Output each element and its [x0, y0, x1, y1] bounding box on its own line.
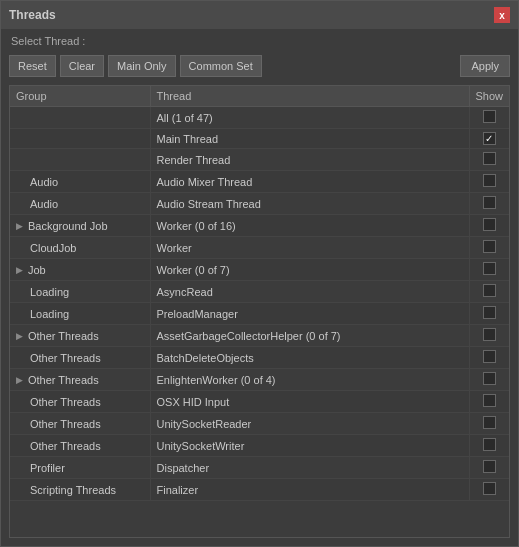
- table-row: Render Thread: [10, 149, 509, 171]
- group-name: Other Threads: [30, 396, 101, 408]
- table-row: ▶Background JobWorker (0 of 16): [10, 215, 509, 237]
- group-cell: Audio: [10, 193, 150, 215]
- show-checkbox[interactable]: [483, 240, 496, 253]
- group-cell: Other Threads: [10, 391, 150, 413]
- group-cell: Other Threads: [10, 413, 150, 435]
- group-name: Other Threads: [30, 418, 101, 430]
- table-row: ProfilerDispatcher: [10, 457, 509, 479]
- window-title: Threads: [9, 8, 56, 22]
- table-row: ▶Other ThreadsAssetGarbageCollectorHelpe…: [10, 325, 509, 347]
- show-checkbox[interactable]: [483, 218, 496, 231]
- table-row: Other ThreadsUnitySocketReader: [10, 413, 509, 435]
- expand-icon[interactable]: ▶: [16, 375, 26, 385]
- group-name: Audio: [30, 176, 58, 188]
- show-checkbox[interactable]: [483, 438, 496, 451]
- show-cell: [469, 107, 509, 129]
- show-checkbox[interactable]: [483, 328, 496, 341]
- show-cell: [469, 391, 509, 413]
- thread-name: Finalizer: [150, 479, 469, 501]
- show-cell: ✓: [469, 129, 509, 149]
- show-checkbox[interactable]: [483, 372, 496, 385]
- thread-name: Worker: [150, 237, 469, 259]
- show-checkbox[interactable]: [483, 460, 496, 473]
- thread-name: Audio Stream Thread: [150, 193, 469, 215]
- common-set-button[interactable]: Common Set: [180, 55, 262, 77]
- show-cell: [469, 193, 509, 215]
- group-name: Scripting Threads: [30, 484, 116, 496]
- show-checkbox[interactable]: [483, 482, 496, 495]
- group-cell: ▶Other Threads: [10, 369, 150, 391]
- table-row: Other ThreadsUnitySocketWriter: [10, 435, 509, 457]
- show-cell: [469, 237, 509, 259]
- show-checkbox[interactable]: [483, 416, 496, 429]
- show-cell: [469, 325, 509, 347]
- group-cell: ▶Background Job: [10, 215, 150, 237]
- show-cell: [469, 347, 509, 369]
- show-cell: [469, 171, 509, 193]
- thread-name: AssetGarbageCollectorHelper (0 of 7): [150, 325, 469, 347]
- thread-name: AsyncRead: [150, 281, 469, 303]
- group-cell: ▶Other Threads: [10, 325, 150, 347]
- group-cell: [10, 149, 150, 171]
- group-cell: CloudJob: [10, 237, 150, 259]
- thread-name: UnitySocketReader: [150, 413, 469, 435]
- thread-name: BatchDeleteObjects: [150, 347, 469, 369]
- title-bar: Threads x: [1, 1, 518, 29]
- group-name: Other Threads: [30, 440, 101, 452]
- show-cell: [469, 259, 509, 281]
- show-checkbox[interactable]: [483, 152, 496, 165]
- show-cell: [469, 149, 509, 171]
- show-cell: [469, 369, 509, 391]
- group-name: Background Job: [28, 220, 108, 232]
- show-cell: [469, 303, 509, 325]
- group-cell: Profiler: [10, 457, 150, 479]
- show-cell: [469, 479, 509, 501]
- expand-icon[interactable]: ▶: [16, 221, 26, 231]
- threads-table: Group Thread Show All (1 of 47)Main Thre…: [10, 86, 509, 501]
- thread-name: Audio Mixer Thread: [150, 171, 469, 193]
- show-checkbox[interactable]: ✓: [483, 132, 496, 145]
- group-cell: Scripting Threads: [10, 479, 150, 501]
- table-row: AudioAudio Mixer Thread: [10, 171, 509, 193]
- table-row: CloudJobWorker: [10, 237, 509, 259]
- table-row: LoadingPreloadManager: [10, 303, 509, 325]
- group-name: Other Threads: [28, 374, 99, 386]
- show-header: Show: [469, 86, 509, 107]
- thread-name: PreloadManager: [150, 303, 469, 325]
- group-name: CloudJob: [30, 242, 76, 254]
- apply-button[interactable]: Apply: [460, 55, 510, 77]
- show-checkbox[interactable]: [483, 284, 496, 297]
- thread-name: UnitySocketWriter: [150, 435, 469, 457]
- thread-name: OSX HID Input: [150, 391, 469, 413]
- show-checkbox[interactable]: [483, 174, 496, 187]
- group-cell: Audio: [10, 171, 150, 193]
- group-header: Group: [10, 86, 150, 107]
- show-cell: [469, 457, 509, 479]
- table-row: All (1 of 47): [10, 107, 509, 129]
- expand-icon[interactable]: ▶: [16, 331, 26, 341]
- expand-icon[interactable]: ▶: [16, 265, 26, 275]
- table-row: ▶JobWorker (0 of 7): [10, 259, 509, 281]
- show-cell: [469, 281, 509, 303]
- show-cell: [469, 215, 509, 237]
- show-checkbox[interactable]: [483, 196, 496, 209]
- threads-table-container[interactable]: Group Thread Show All (1 of 47)Main Thre…: [9, 85, 510, 538]
- show-checkbox[interactable]: [483, 262, 496, 275]
- show-checkbox[interactable]: [483, 350, 496, 363]
- table-row: Main Thread✓: [10, 129, 509, 149]
- table-header-row: Group Thread Show: [10, 86, 509, 107]
- reset-button[interactable]: Reset: [9, 55, 56, 77]
- thread-name: Main Thread: [150, 129, 469, 149]
- show-cell: [469, 435, 509, 457]
- show-checkbox[interactable]: [483, 306, 496, 319]
- thread-name: Dispatcher: [150, 457, 469, 479]
- table-row: Other ThreadsOSX HID Input: [10, 391, 509, 413]
- main-only-button[interactable]: Main Only: [108, 55, 176, 77]
- group-name: Loading: [30, 308, 69, 320]
- show-checkbox[interactable]: [483, 394, 496, 407]
- thread-name: Worker (0 of 16): [150, 215, 469, 237]
- close-button[interactable]: x: [494, 7, 510, 23]
- show-checkbox[interactable]: [483, 110, 496, 123]
- clear-button[interactable]: Clear: [60, 55, 104, 77]
- group-cell: Other Threads: [10, 435, 150, 457]
